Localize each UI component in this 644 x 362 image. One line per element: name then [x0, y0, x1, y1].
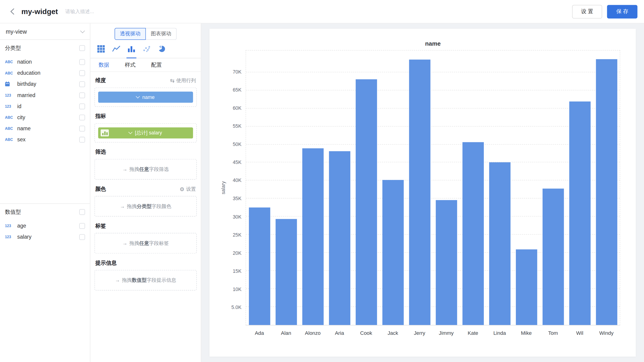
bar-column: Wil	[566, 50, 593, 325]
field-checkbox[interactable]	[79, 92, 85, 98]
chevron-down-icon	[136, 94, 140, 98]
bar-Jack[interactable]	[382, 180, 404, 325]
field-row-married[interactable]: 123 married	[5, 90, 85, 100]
filter-drop-zone[interactable]: → 拖拽任意字段筛选	[94, 159, 197, 180]
numeric-section-header: 数值型	[5, 207, 85, 217]
label-section: 标签 → 拖拽任意字段标签	[94, 222, 197, 254]
categorical-section: 分类型 ABC nation ABC education birthday 12…	[0, 40, 90, 145]
field-row-city[interactable]: ABC city	[5, 112, 85, 123]
field-checkbox[interactable]	[79, 136, 85, 142]
y-axis-label-wrap: salary	[220, 50, 227, 325]
tab-settings[interactable]: 配置	[151, 61, 162, 69]
metric-slot: [总计] salary	[94, 123, 197, 143]
field-row-id[interactable]: 123 id	[5, 101, 85, 112]
bar-Windy[interactable]	[596, 59, 617, 325]
back-button[interactable]	[7, 5, 19, 18]
bar-column: Jack	[380, 50, 406, 325]
gear-icon: ⚙	[180, 186, 184, 192]
use-rows-cols-label: 使用行列	[176, 77, 196, 84]
chevron-down-icon	[80, 28, 85, 33]
number-field-icon: 123	[5, 235, 17, 239]
bar-column: Alan	[273, 50, 300, 325]
bar-Alan[interactable]	[276, 219, 297, 325]
mode-chart-driven[interactable]: 图表驱动	[146, 28, 177, 40]
y-axis-tick-label: 55K	[233, 123, 242, 129]
save-button[interactable]: 保 存	[607, 4, 637, 18]
table-chart-icon[interactable]	[96, 44, 106, 53]
metric-section: 指标 [总计] salary	[94, 112, 197, 142]
field-row-birthday[interactable]: birthday	[5, 78, 85, 90]
color-drop-zone[interactable]: → 拖拽分类型字段颜色	[94, 196, 197, 216]
field-checkbox[interactable]	[79, 234, 85, 240]
drop-arrow-icon: →	[122, 166, 127, 172]
bar-Linda[interactable]	[489, 162, 510, 325]
mode-pivot-driven[interactable]: 透视驱动	[114, 28, 146, 40]
bar-Jimmy[interactable]	[436, 200, 457, 325]
field-checkbox[interactable]	[79, 126, 85, 131]
field-row-sex[interactable]: ABC sex	[5, 134, 85, 145]
back-chevron-icon	[9, 8, 16, 15]
drop-arrow-icon: →	[122, 240, 127, 246]
label-drop-zone[interactable]: → 拖拽任意字段标签	[94, 233, 197, 254]
pie-chart-icon[interactable]	[157, 44, 166, 53]
y-axis-tick-label: 20K	[233, 250, 242, 256]
field-name: nation	[17, 59, 79, 65]
tooltip-section: 提示信息 → 拖拽数值型字段提示信息	[94, 259, 197, 290]
bar-Tom[interactable]	[542, 188, 564, 325]
y-axis-label: salary	[220, 181, 226, 194]
categorical-select-all-checkbox[interactable]	[79, 45, 85, 51]
bar-column: Alonzo	[300, 50, 326, 325]
config-panel: 透视驱动 图表驱动	[90, 24, 201, 362]
description-input[interactable]: 请输入描述...	[65, 8, 94, 15]
y-axis-tick-label: 40K	[233, 178, 242, 183]
label-drop-text: 拖拽任意字段标签	[129, 240, 169, 247]
tab-style[interactable]: 样式	[125, 61, 136, 69]
bar-column: Jimmy	[433, 50, 460, 325]
text-field-icon: ABC	[5, 60, 17, 64]
field-checkbox[interactable]	[79, 70, 85, 76]
field-checkbox[interactable]	[79, 103, 85, 109]
metric-pill-label: [总计] salary	[135, 129, 162, 136]
field-checkbox[interactable]	[79, 223, 85, 229]
bar-chart-icon[interactable]	[127, 44, 136, 53]
field-row-salary[interactable]: 123 salary	[5, 231, 85, 242]
categorical-section-header: 分类型	[5, 43, 85, 53]
numeric-field-list: 123 age 123 salary	[5, 220, 85, 242]
field-row-age[interactable]: 123 age	[5, 220, 85, 231]
view-selector[interactable]: my-view	[0, 24, 90, 40]
field-row-nation[interactable]: ABC nation	[5, 56, 85, 67]
field-checkbox[interactable]	[79, 59, 85, 65]
dimension-pill-name[interactable]: name	[98, 92, 193, 102]
field-checkbox[interactable]	[79, 114, 85, 120]
bar-Aria[interactable]	[329, 151, 350, 325]
categorical-section-label: 分类型	[5, 44, 21, 52]
metric-pill-salary[interactable]: [总计] salary	[98, 127, 193, 138]
field-name: city	[17, 114, 79, 120]
use-rows-cols-button[interactable]: ⇆ 使用行列	[170, 77, 196, 84]
chart-type-switcher	[90, 40, 201, 58]
bar-Kate[interactable]	[462, 142, 484, 325]
tooltip-drop-zone[interactable]: → 拖拽数值型字段提示信息	[94, 270, 197, 290]
settings-button[interactable]: 设 置	[572, 4, 602, 18]
field-checkbox[interactable]	[79, 81, 85, 87]
line-chart-icon[interactable]	[112, 44, 121, 53]
numeric-select-all-checkbox[interactable]	[79, 209, 85, 215]
color-settings-button[interactable]: ⚙ 设置	[180, 186, 196, 192]
field-row-education[interactable]: ABC education	[5, 67, 85, 78]
bar-Alonzo[interactable]	[302, 148, 324, 325]
scatter-chart-icon[interactable]	[142, 44, 151, 53]
bar-Ada[interactable]	[249, 208, 270, 325]
bar-chart-mini-icon	[101, 129, 109, 136]
tab-data[interactable]: 数据	[99, 61, 109, 69]
plot-wrap: salary Ada Alan Alonzo Aria Cook Jack Je…	[246, 50, 620, 325]
bar-Jerry[interactable]	[409, 60, 430, 325]
bar-Wil[interactable]	[569, 102, 590, 325]
y-axis-tick-label: 50K	[233, 141, 242, 147]
y-axis-tick-label: 15K	[233, 268, 242, 274]
dataset-sidebar: my-view 分类型 ABC nation ABC education bir…	[0, 24, 90, 362]
bar-Mike[interactable]	[516, 250, 537, 325]
bar-Cook[interactable]	[356, 79, 377, 325]
text-field-icon: ABC	[5, 71, 17, 75]
field-row-name[interactable]: ABC name	[5, 123, 85, 134]
dimension-section: 维度 ⇆ 使用行列 name	[94, 77, 197, 107]
